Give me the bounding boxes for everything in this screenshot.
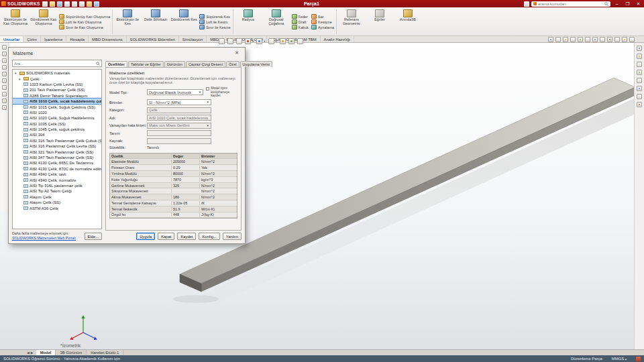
property-value-cell[interactable]: 448 <box>172 213 200 217</box>
description-field[interactable] <box>147 130 211 136</box>
search-icon[interactable] <box>604 2 608 6</box>
undo-icon[interactable] <box>72 1 77 7</box>
linear-pattern-button[interactable]: Doğrusal Çoğaltma <box>262 8 290 36</box>
property-row[interactable]: Yırtılma Modülü 80000 N/mm^2 <box>110 171 237 177</box>
document-tab[interactable]: Model <box>36 350 56 355</box>
failure-criterion-select[interactable]: Maks von Mises Gerilimi ▼ <box>147 123 211 129</box>
property-row[interactable]: Elastisite Modülü 205000 N/mm^2 <box>110 159 237 165</box>
apply-button[interactable]: Uygula <box>136 233 155 240</box>
design-library-icon[interactable] <box>637 54 642 59</box>
forum-icon[interactable] <box>637 94 642 99</box>
origin-icon[interactable] <box>2 99 7 103</box>
measure-icon[interactable] <box>555 37 561 42</box>
material-item[interactable]: AISI 321 Tavlı Paslanmaz Çelik (SS) <box>13 149 101 154</box>
view-palette-icon[interactable] <box>637 70 642 75</box>
property-row[interactable]: Poisson Oranı 0.29 Yok <box>110 165 237 171</box>
command-tab[interactable]: Hesapla <box>66 36 89 42</box>
zoom-fit-icon[interactable] <box>219 38 225 44</box>
material-item[interactable]: AISI Tip A2 Takım Çeliği <box>13 188 101 194</box>
redo-icon[interactable] <box>79 1 85 7</box>
boss-feature-icon[interactable] <box>2 105 7 110</box>
revolved-cut-button[interactable]: Döndürerek Kes <box>170 8 198 36</box>
help-home-icon[interactable] <box>524 1 529 7</box>
checkbox-icon[interactable] <box>206 87 209 90</box>
material-item[interactable]: AISI 1020 <box>13 110 101 115</box>
expander-icon[interactable]: ▾ <box>19 77 22 81</box>
previous-view-icon[interactable] <box>236 38 242 44</box>
material-item[interactable]: AISI 1035 Çelik (SS) <box>13 121 101 127</box>
swept-cut-button[interactable]: Süpürerek Kes <box>199 14 231 19</box>
camera-icon[interactable] <box>592 37 598 42</box>
material-item[interactable]: 1023 Karbon Çelik Levha (SS) <box>13 82 101 87</box>
light-icon[interactable] <box>600 37 605 42</box>
print-icon[interactable] <box>64 1 70 7</box>
save-icon[interactable] <box>57 1 62 7</box>
revolved-boss-button[interactable]: Döndürerek Katı Oluşturma <box>30 8 58 36</box>
tab-scroll-left-icon[interactable]: ◀ <box>27 351 30 355</box>
draft-button[interactable]: Draft <box>292 19 309 24</box>
fillet-button[interactable]: Radyus <box>234 8 262 36</box>
annotations-icon[interactable] <box>2 65 7 70</box>
sensors-icon[interactable] <box>2 58 7 63</box>
section-view-icon[interactable] <box>245 38 251 44</box>
filter-icon[interactable] <box>2 45 7 50</box>
document-tab[interactable]: 3B Görünüm <box>56 350 87 355</box>
help-button[interactable]: Yardım <box>223 233 241 240</box>
property-value-cell[interactable]: 7870 <box>172 178 200 182</box>
mass-properties-icon[interactable] <box>563 37 568 42</box>
material-item[interactable]: AISI 4340 Çelik, normalize <box>13 177 101 182</box>
scene-icon[interactable] <box>585 37 590 42</box>
property-row[interactable]: Termal İletkenlik 51.9 W/(m·K) <box>110 206 237 213</box>
top-plane-icon[interactable] <box>2 85 7 90</box>
options-icon[interactable] <box>94 1 99 7</box>
material-item[interactable]: AISI 4340 Çelik, tavlı <box>13 172 101 177</box>
lofted-boss-button[interactable]: Loft ile Katı Oluşturma <box>59 19 110 24</box>
tab-scroll-buttons[interactable]: ◀ ▶ <box>0 350 36 355</box>
units-select[interactable]: SI - N/mm^2 (MPa) ▼ <box>147 99 211 105</box>
extruded-boss-button[interactable]: Ekstrüzyon ile Katı Oluşturma <box>1 8 30 36</box>
material-item[interactable]: AISI 316 Tavlı Paslanmaz Çelik Çubuk (SS… <box>13 138 101 143</box>
history-icon[interactable] <box>2 52 7 56</box>
tab-scroll-right-icon[interactable]: ▶ <box>31 351 34 355</box>
material-item[interactable]: AISI 1020 Çelik, Soğuk Haddelenmiş <box>13 115 101 121</box>
evaluate-icon[interactable] <box>548 37 553 42</box>
save-model-type-checkbox[interactable]: Model tipini kütüphaneye kaydet <box>206 86 237 97</box>
material-item[interactable]: AISI 4130 Çelik, 870C de normalize edilm… <box>13 166 101 172</box>
mirror-button[interactable]: Aynalama <box>311 25 334 29</box>
section-tool-icon[interactable] <box>607 37 612 42</box>
command-search[interactable] <box>531 1 610 7</box>
dropdown-caret-icon[interactable]: ▾ <box>252 40 254 43</box>
source-field[interactable] <box>147 138 211 144</box>
search-input[interactable] <box>538 1 603 6</box>
maximize-button[interactable]: ❒ <box>623 0 632 7</box>
tree-node-root[interactable]: ▾ SOLIDWORKS materials <box>13 70 101 76</box>
material-item[interactable]: Alaşım Çelik <box>13 194 101 200</box>
property-row[interactable]: Termal Genişleme Katsayısı 1.22e-05 /K <box>110 200 237 206</box>
intersect-button[interactable]: Kesişme <box>311 19 334 24</box>
property-row[interactable]: Gerilme Mukavemeti 325 N/mm^2 <box>110 183 237 189</box>
hole-wizard-button[interactable]: Delik Sihirbazı <box>142 8 170 36</box>
property-row[interactable]: Kütle Yoğunluğu 7870 kg/m^3 <box>110 177 237 183</box>
appearance-icon[interactable] <box>578 37 583 42</box>
units-icon[interactable] <box>622 37 627 42</box>
reference-geometry-button[interactable]: Referans Geometrisi <box>337 8 366 36</box>
shell-button[interactable]: Kabuk <box>292 25 309 29</box>
new-document-icon[interactable] <box>42 1 48 7</box>
extruded-cut-button[interactable]: Ekstrüzyon ile Kes <box>113 8 142 36</box>
close-dialog-button[interactable]: Kapat <box>158 233 174 240</box>
lofted-cut-button[interactable]: Loft ile Kesim <box>199 19 231 24</box>
dialog-tab[interactable]: Uygulama Verisi <box>240 61 272 67</box>
command-tab[interactable]: Çizim <box>23 36 41 42</box>
solidworks-resources-icon[interactable] <box>637 46 642 51</box>
dialog-tab[interactable]: Görünüm <box>164 61 185 67</box>
hide-show-items-icon[interactable] <box>280 38 286 44</box>
unit-system[interactable]: MMGS ▴ <box>612 357 627 361</box>
document-tab[interactable]: Hareket Etüdü 1 <box>87 350 123 355</box>
material-search-input[interactable] <box>14 62 96 66</box>
material-item[interactable]: AISI 316 Paslanmaz Çelik Levha (SS) <box>13 143 101 149</box>
material-item[interactable]: AISI 1010 Çelik, sıcak haddelenmiş çub <box>13 99 101 104</box>
file-explorer-icon[interactable] <box>637 62 642 67</box>
rebuild-icon[interactable] <box>87 1 92 7</box>
material-item[interactable]: AISI Tip 316L paslanmaz çelik <box>13 183 101 188</box>
material-item[interactable]: A286 Demir Tabanlı Süperalaşım <box>13 93 101 99</box>
